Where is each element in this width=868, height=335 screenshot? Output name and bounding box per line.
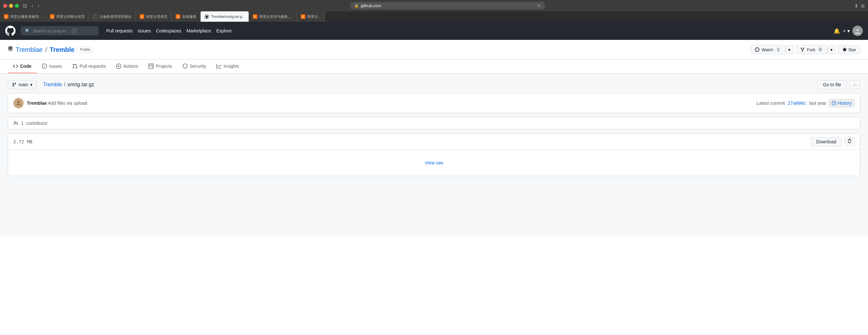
breadcrumb-repo-link[interactable]: Tremble: [43, 82, 62, 88]
repo-tabs: Code Issues Pull requests Actions Projec…: [0, 60, 868, 73]
nav-link-codespaces[interactable]: Codespaces: [156, 28, 181, 33]
latest-commit-label: Latest commit: [756, 100, 785, 106]
more-options-button[interactable]: ···: [849, 80, 860, 89]
breadcrumb-separator: /: [64, 82, 65, 88]
reload-icon[interactable]: ↻: [537, 3, 541, 8]
tab-label-2: 阿里云控制台首页: [56, 14, 85, 19]
tab-issues[interactable]: Issues: [37, 60, 67, 73]
commit-author-name[interactable]: Tremblae: [27, 100, 47, 106]
sidebar-toggle-icon[interactable]: ⊟: [21, 2, 28, 9]
nav-link-explore[interactable]: Explore: [217, 28, 232, 33]
history-label: History: [838, 100, 852, 106]
download-icon[interactable]: ⬇: [855, 3, 858, 8]
branch-selector[interactable]: main ▾: [8, 80, 37, 89]
back-icon[interactable]: ‹: [30, 2, 34, 9]
tabs-bar: A 阿里云服务器被挖... A 阿里云控制台首页 ⬛ 云服务器管理控制台 A 阿…: [0, 11, 868, 22]
breadcrumb: Tremble / xmrig.tar.gz: [43, 82, 94, 88]
maximize-button[interactable]: [15, 4, 19, 8]
file-nav: main ▾ Tremble / xmrig.tar.gz: [8, 80, 94, 89]
browser-tab-3[interactable]: ⬛ 云服务器管理控制台: [89, 11, 136, 22]
tab-favicon-8: A: [301, 14, 305, 19]
contributor-bar: 1 contributor: [8, 117, 860, 129]
browser-tab-7[interactable]: A 阿里云支持与服务_...: [249, 11, 297, 22]
repo-owner-link[interactable]: Tremblae: [16, 46, 43, 54]
commit-message-text: Add files via upload: [48, 100, 87, 106]
traffic-lights: [3, 4, 19, 8]
extensions-icon[interactable]: ⊞: [861, 3, 865, 8]
nav-link-marketplace[interactable]: Marketplace: [186, 28, 211, 33]
branch-name: main: [19, 82, 28, 87]
tab-code[interactable]: Code: [8, 60, 37, 73]
browser-tab-2[interactable]: A 阿里云控制台首页: [46, 11, 89, 22]
history-button[interactable]: History: [829, 99, 855, 108]
fork-dropdown-button[interactable]: ▾: [828, 45, 836, 54]
close-button[interactable]: [3, 4, 7, 8]
watch-button[interactable]: Watch 1: [751, 45, 785, 54]
tab-pull-requests[interactable]: Pull requests: [67, 60, 111, 73]
lock-icon: 🔒: [354, 4, 359, 8]
browser-tab-8[interactable]: A 阿里云...: [297, 11, 325, 22]
tab-label-1: 阿里云服务器被挖...: [10, 14, 42, 19]
tab-actions[interactable]: Actions: [111, 60, 143, 73]
repo-name-link[interactable]: Tremble: [50, 46, 74, 54]
search-icon: 🔍: [25, 29, 30, 33]
watch-dropdown-button[interactable]: ▾: [785, 45, 794, 54]
repo-separator: /: [45, 46, 47, 54]
browser-controls: ⊟ ‹ ›: [21, 2, 41, 9]
nav-link-issues[interactable]: Issues: [138, 28, 151, 33]
browser-tab-6[interactable]: Tremble/xmrig.tar.g...: [200, 11, 249, 22]
nav-right: 🔔 + ▾: [834, 26, 863, 36]
fork-label: Fork: [807, 47, 815, 52]
repo-header: Tremblae / Tremble Public Watch 1 ▾ Fork: [0, 40, 868, 60]
tab-issues-label: Issues: [49, 64, 62, 69]
tab-favicon-1: A: [4, 14, 8, 19]
browser-actions: ⬇ ⊞: [855, 3, 865, 8]
nav-links: Pull requests Issues Codespaces Marketpl…: [106, 28, 232, 33]
add-menu-button[interactable]: + ▾: [843, 28, 850, 34]
search-input[interactable]: 🔍 Search or jump to... /: [21, 26, 98, 35]
watch-label: Watch: [762, 47, 773, 52]
notifications-icon[interactable]: 🔔: [834, 28, 840, 34]
download-button[interactable]: Download: [811, 137, 842, 146]
file-card-body: View raw: [8, 150, 860, 176]
star-button[interactable]: Star: [838, 45, 860, 54]
address-bar[interactable]: 🔒 github.com ↻: [350, 2, 545, 9]
tab-label-5: 在线服务: [182, 14, 196, 19]
commit-time: last year: [809, 100, 827, 106]
tab-favicon-3: ⬛: [93, 14, 98, 19]
user-avatar[interactable]: [852, 26, 863, 36]
commit-details: Tremblae Add files via upload: [27, 100, 87, 106]
browser-chrome: ⊟ ‹ › 🔒 github.com ↻ ⬇ ⊞: [0, 0, 868, 11]
browser-tab-5[interactable]: A 在线服务: [172, 11, 200, 22]
tab-security-label: Security: [190, 64, 206, 69]
search-placeholder: Search or jump to...: [33, 29, 69, 33]
watch-action-group: Watch 1 ▾: [751, 45, 794, 54]
commit-hash-link[interactable]: 27a006c: [787, 100, 807, 106]
tab-projects-label: Projects: [156, 64, 172, 69]
nav-link-pull-requests[interactable]: Pull requests: [106, 28, 132, 33]
go-to-file-button[interactable]: Go to file: [817, 80, 847, 89]
address-text: github.com: [361, 3, 381, 8]
commit-author-avatar[interactable]: [13, 98, 24, 108]
commit-card: Tremblae Add files via upload Latest com…: [8, 93, 860, 113]
browser-tab-1[interactable]: A 阿里云服务器被挖...: [0, 11, 46, 22]
file-card-header: 2.72 MB Download: [8, 133, 860, 150]
tab-favicon-2: A: [50, 14, 55, 19]
forward-icon[interactable]: ›: [36, 2, 40, 9]
tab-projects[interactable]: Projects: [143, 60, 177, 73]
tab-insights[interactable]: Insights: [211, 60, 244, 73]
github-logo[interactable]: [5, 26, 16, 36]
page-content: Tremblae / Tremble Public Watch 1 ▾ Fork: [0, 40, 868, 335]
tab-security[interactable]: Security: [177, 60, 211, 73]
tab-insights-label: Insights: [223, 64, 239, 69]
delete-button[interactable]: [844, 137, 855, 146]
main-area: main ▾ Tremble / xmrig.tar.gz Go to file…: [0, 73, 868, 236]
fork-button[interactable]: Fork 0: [796, 45, 828, 54]
minimize-button[interactable]: [9, 4, 13, 8]
view-raw-link[interactable]: View raw: [425, 160, 443, 165]
file-bar: main ▾ Tremble / xmrig.tar.gz Go to file…: [8, 80, 860, 89]
tab-label-3: 云服务器管理控制台: [99, 14, 132, 19]
browser-tab-4[interactable]: A 阿里云登录页: [136, 11, 172, 22]
repo-title: Tremblae / Tremble Public: [8, 46, 94, 54]
star-label: Star: [848, 47, 856, 52]
